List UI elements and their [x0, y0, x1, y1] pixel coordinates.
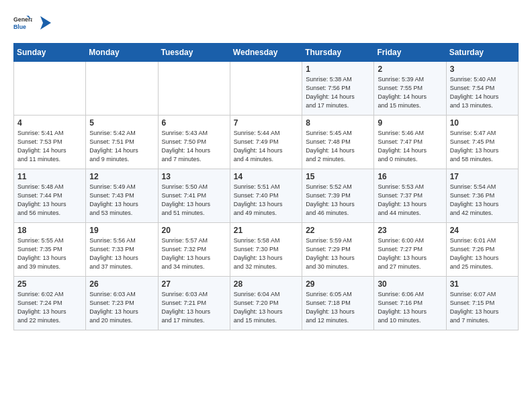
- day-info: Sunrise: 6:01 AM Sunset: 7:26 PM Dayligh…: [450, 236, 515, 271]
- day-info: Sunrise: 5:50 AM Sunset: 7:41 PM Dayligh…: [162, 183, 226, 218]
- calendar-cell: 24Sunrise: 6:01 AM Sunset: 7:26 PM Dayli…: [446, 223, 518, 277]
- header-sunday: Sunday: [14, 44, 86, 62]
- day-info: Sunrise: 5:55 AM Sunset: 7:35 PM Dayligh…: [17, 236, 82, 271]
- day-number: 16: [378, 172, 442, 181]
- calendar-cell: 30Sunrise: 6:06 AM Sunset: 7:16 PM Dayli…: [374, 277, 446, 330]
- header-friday: Friday: [374, 44, 446, 62]
- header-monday: Monday: [86, 44, 158, 62]
- calendar-week-1: 1Sunrise: 5:38 AM Sunset: 7:56 PM Daylig…: [14, 62, 519, 116]
- day-info: Sunrise: 5:39 AM Sunset: 7:55 PM Dayligh…: [378, 75, 442, 110]
- day-info: Sunrise: 5:42 AM Sunset: 7:51 PM Dayligh…: [89, 129, 154, 164]
- calendar-cell: 19Sunrise: 5:56 AM Sunset: 7:33 PM Dayli…: [86, 223, 158, 277]
- day-number: 25: [17, 279, 82, 289]
- day-info: Sunrise: 6:03 AM Sunset: 7:23 PM Dayligh…: [89, 290, 154, 325]
- calendar-cell: 12Sunrise: 5:49 AM Sunset: 7:43 PM Dayli…: [86, 169, 158, 223]
- calendar-cell: 22Sunrise: 5:59 AM Sunset: 7:29 PM Dayli…: [302, 223, 374, 277]
- calendar-cell: 7Sunrise: 5:44 AM Sunset: 7:49 PM Daylig…: [230, 116, 302, 169]
- svg-text:Blue: Blue: [13, 24, 26, 30]
- day-number: 10: [450, 118, 515, 128]
- calendar-table: SundayMondayTuesdayWednesdayThursdayFrid…: [13, 43, 519, 330]
- calendar-week-3: 11Sunrise: 5:48 AM Sunset: 7:44 PM Dayli…: [14, 169, 519, 223]
- calendar-cell: 8Sunrise: 5:45 AM Sunset: 7:48 PM Daylig…: [302, 116, 374, 169]
- day-number: 2: [378, 64, 442, 74]
- day-number: 9: [378, 118, 442, 128]
- calendar-header: SundayMondayTuesdayWednesdayThursdayFrid…: [14, 44, 519, 62]
- calendar-cell: 21Sunrise: 5:58 AM Sunset: 7:30 PM Dayli…: [230, 223, 302, 277]
- day-info: Sunrise: 5:48 AM Sunset: 7:44 PM Dayligh…: [17, 183, 82, 218]
- calendar-week-5: 25Sunrise: 6:02 AM Sunset: 7:24 PM Dayli…: [14, 277, 519, 330]
- day-info: Sunrise: 5:53 AM Sunset: 7:37 PM Dayligh…: [378, 183, 442, 218]
- day-info: Sunrise: 5:51 AM Sunset: 7:40 PM Dayligh…: [234, 183, 298, 218]
- day-info: Sunrise: 5:57 AM Sunset: 7:32 PM Dayligh…: [162, 236, 226, 271]
- day-number: 14: [234, 172, 298, 181]
- calendar-cell: 13Sunrise: 5:50 AM Sunset: 7:41 PM Dayli…: [158, 169, 230, 223]
- day-number: 29: [306, 279, 370, 289]
- day-info: Sunrise: 5:45 AM Sunset: 7:48 PM Dayligh…: [306, 129, 370, 164]
- day-info: Sunrise: 6:04 AM Sunset: 7:20 PM Dayligh…: [234, 290, 298, 325]
- svg-marker-3: [40, 16, 51, 30]
- header-wednesday: Wednesday: [230, 44, 302, 62]
- day-number: 4: [17, 118, 82, 128]
- day-info: Sunrise: 5:44 AM Sunset: 7:49 PM Dayligh…: [234, 129, 298, 164]
- day-info: Sunrise: 5:49 AM Sunset: 7:43 PM Dayligh…: [89, 183, 154, 218]
- calendar-cell: 23Sunrise: 6:00 AM Sunset: 7:27 PM Dayli…: [374, 223, 446, 277]
- calendar-cell: 26Sunrise: 6:03 AM Sunset: 7:23 PM Dayli…: [86, 277, 158, 330]
- day-number: 8: [306, 118, 370, 128]
- day-info: Sunrise: 5:41 AM Sunset: 7:53 PM Dayligh…: [17, 129, 82, 164]
- calendar-week-2: 4Sunrise: 5:41 AM Sunset: 7:53 PM Daylig…: [14, 116, 519, 169]
- header-row: SundayMondayTuesdayWednesdayThursdayFrid…: [14, 44, 519, 62]
- calendar-cell: [86, 62, 158, 116]
- day-info: Sunrise: 5:59 AM Sunset: 7:29 PM Dayligh…: [306, 236, 370, 271]
- logo: General Blue: [13, 13, 51, 32]
- calendar-cell: 17Sunrise: 5:54 AM Sunset: 7:36 PM Dayli…: [446, 169, 518, 223]
- day-number: 11: [17, 172, 82, 181]
- day-info: Sunrise: 6:06 AM Sunset: 7:16 PM Dayligh…: [378, 290, 442, 325]
- day-number: 24: [450, 226, 515, 235]
- calendar-cell: 1Sunrise: 5:38 AM Sunset: 7:56 PM Daylig…: [302, 62, 374, 116]
- day-info: Sunrise: 5:40 AM Sunset: 7:54 PM Dayligh…: [450, 75, 515, 110]
- day-number: 17: [450, 172, 515, 181]
- calendar-cell: 20Sunrise: 5:57 AM Sunset: 7:32 PM Dayli…: [158, 223, 230, 277]
- day-info: Sunrise: 6:07 AM Sunset: 7:15 PM Dayligh…: [450, 290, 515, 325]
- day-number: 20: [162, 226, 226, 235]
- day-number: 21: [234, 226, 298, 235]
- day-number: 7: [234, 118, 298, 128]
- day-number: 15: [306, 172, 370, 181]
- calendar-cell: 15Sunrise: 5:52 AM Sunset: 7:39 PM Dayli…: [302, 169, 374, 223]
- logo-arrow-icon: [38, 16, 51, 30]
- day-number: 1: [306, 64, 370, 74]
- day-info: Sunrise: 5:47 AM Sunset: 7:45 PM Dayligh…: [450, 129, 515, 164]
- calendar-cell: 3Sunrise: 5:40 AM Sunset: 7:54 PM Daylig…: [446, 62, 518, 116]
- calendar-cell: 27Sunrise: 6:03 AM Sunset: 7:21 PM Dayli…: [158, 277, 230, 330]
- day-number: 26: [89, 279, 154, 289]
- calendar-cell: 5Sunrise: 5:42 AM Sunset: 7:51 PM Daylig…: [86, 116, 158, 169]
- day-info: Sunrise: 5:46 AM Sunset: 7:47 PM Dayligh…: [378, 129, 442, 164]
- day-info: Sunrise: 6:03 AM Sunset: 7:21 PM Dayligh…: [162, 290, 226, 325]
- calendar-cell: [230, 62, 302, 116]
- calendar-cell: 9Sunrise: 5:46 AM Sunset: 7:47 PM Daylig…: [374, 116, 446, 169]
- day-info: Sunrise: 6:00 AM Sunset: 7:27 PM Dayligh…: [378, 236, 442, 271]
- calendar-cell: 14Sunrise: 5:51 AM Sunset: 7:40 PM Dayli…: [230, 169, 302, 223]
- calendar-cell: [158, 62, 230, 116]
- calendar-cell: 28Sunrise: 6:04 AM Sunset: 7:20 PM Dayli…: [230, 277, 302, 330]
- calendar-cell: 16Sunrise: 5:53 AM Sunset: 7:37 PM Dayli…: [374, 169, 446, 223]
- day-info: Sunrise: 6:02 AM Sunset: 7:24 PM Dayligh…: [17, 290, 82, 325]
- day-number: 19: [89, 226, 154, 235]
- day-number: 23: [378, 226, 442, 235]
- header-thursday: Thursday: [302, 44, 374, 62]
- day-info: Sunrise: 5:54 AM Sunset: 7:36 PM Dayligh…: [450, 183, 515, 218]
- calendar-week-4: 18Sunrise: 5:55 AM Sunset: 7:35 PM Dayli…: [14, 223, 519, 277]
- day-number: 27: [162, 279, 226, 289]
- calendar-cell: 31Sunrise: 6:07 AM Sunset: 7:15 PM Dayli…: [446, 277, 518, 330]
- header-tuesday: Tuesday: [158, 44, 230, 62]
- day-info: Sunrise: 5:58 AM Sunset: 7:30 PM Dayligh…: [234, 236, 298, 271]
- calendar-cell: 18Sunrise: 5:55 AM Sunset: 7:35 PM Dayli…: [14, 223, 86, 277]
- day-number: 5: [89, 118, 154, 128]
- day-number: 3: [450, 64, 515, 74]
- day-number: 12: [89, 172, 154, 181]
- calendar-cell: 2Sunrise: 5:39 AM Sunset: 7:55 PM Daylig…: [374, 62, 446, 116]
- logo-icon: General Blue: [13, 13, 32, 32]
- page-header: General Blue: [13, 13, 519, 32]
- calendar-cell: 29Sunrise: 6:05 AM Sunset: 7:18 PM Dayli…: [302, 277, 374, 330]
- day-number: 22: [306, 226, 370, 235]
